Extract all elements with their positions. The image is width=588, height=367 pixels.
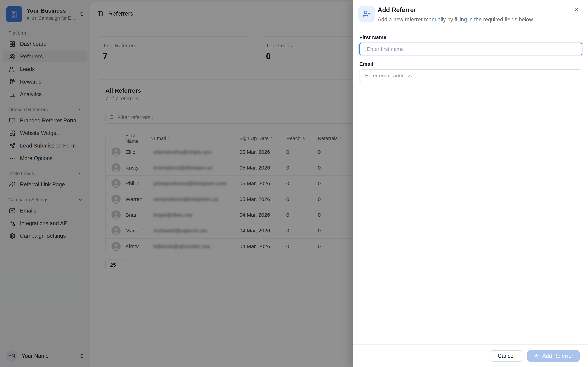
first-name-label: First Name	[359, 34, 582, 40]
user-plus-icon	[363, 10, 371, 18]
app-root: Your Business Campaign for E... Platform	[0, 0, 588, 367]
cancel-button[interactable]: Cancel	[490, 350, 522, 362]
modal-footer: Cancel Add Referrer	[353, 344, 588, 367]
modal-header: Add Referrer Add a new referrer manually…	[353, 0, 588, 26]
modal-subtitle: Add a new referrer manually by filling i…	[378, 17, 534, 23]
add-referrer-button[interactable]: Add Referrer	[527, 350, 579, 362]
modal-icon-badge	[358, 6, 375, 22]
modal-body: First Name Email	[353, 26, 588, 82]
text-caret	[366, 46, 366, 52]
close-icon[interactable]	[572, 5, 582, 14]
email-field[interactable]	[359, 69, 582, 82]
add-referrer-button-label: Add Referrer	[542, 353, 573, 359]
modal-title: Add Referrer	[378, 6, 534, 14]
first-name-field[interactable]	[359, 43, 582, 55]
email-label: Email	[359, 61, 582, 67]
add-referrer-modal: Add Referrer Add a new referrer manually…	[353, 0, 588, 367]
user-plus-icon	[534, 353, 539, 359]
